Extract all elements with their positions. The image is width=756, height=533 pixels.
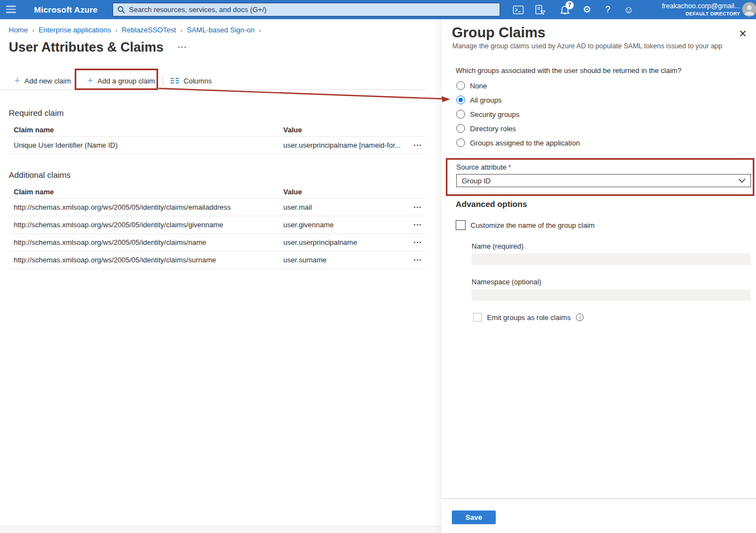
row-menu-icon[interactable]: ••• [406,222,425,228]
settings-gear-icon[interactable]: ⚙ [578,0,596,19]
breadcrumb-separator: › [32,27,35,33]
required-asterisk: * [508,163,511,171]
breadcrumb-enterprise-applications[interactable]: Enterprise applications [38,26,111,34]
main-content: Home› Enterprise applications› ReblazeSS… [0,19,441,533]
table-row[interactable]: http://schemas.xmlsoap.org/ws/2005/05/id… [9,199,425,216]
toolbar-divider [0,89,425,90]
global-search[interactable] [113,3,500,16]
help-icon[interactable]: ? [598,0,617,19]
radio-all-groups[interactable]: All groups [456,93,580,107]
save-button[interactable]: Save [452,510,496,524]
additional-claims-table: Claim name Value http://schemas.xmlsoap.… [9,186,425,269]
source-attribute-dropdown[interactable]: Group ID [456,174,751,187]
info-icon[interactable]: i [576,313,584,321]
emit-groups-as-role-claims-checkbox: Emit groups as role claims i [473,313,584,322]
advanced-options-heading: Advanced options [456,199,527,209]
row-menu-icon[interactable]: ••• [406,205,425,210]
toolbar: + Add new claim + Add a group claim Colu… [9,72,217,89]
table-row[interactable]: Unique User Identifier (Name ID) user.us… [9,137,425,154]
hamburger-menu-icon[interactable] [6,5,16,15]
breadcrumb-saml-based-sign-on[interactable]: SAML-based Sign-on [187,26,255,34]
radio-icon [456,96,465,104]
row-menu-icon[interactable]: ••• [406,240,425,245]
plus-icon: + [87,76,93,86]
radio-security-groups[interactable]: Security groups [456,107,580,121]
columns-button[interactable]: Columns [165,72,217,89]
required-claim-heading: Required claim [9,108,64,117]
breadcrumb: Home› Enterprise applications› ReblazeSS… [9,26,265,34]
columns-icon [171,77,179,84]
group-claims-panel: Group Claims × Manage the group claims u… [441,19,756,533]
plus-icon: + [14,76,20,86]
radio-directory-roles[interactable]: Directory roles [456,121,580,136]
group-selection-radio-group: None All groups Security groups Director… [456,78,580,150]
add-new-claim-button[interactable]: + Add new claim [9,72,76,89]
breadcrumb-separator: › [181,27,183,33]
panel-subtitle: Manage the group claims used by Azure AD… [452,42,727,50]
breadcrumb-separator: › [259,27,261,33]
row-menu-icon[interactable]: ••• [406,143,425,148]
radio-icon [456,110,465,119]
checkbox-icon [473,313,482,322]
radio-icon [456,81,465,90]
table-row[interactable]: http://schemas.xmlsoap.org/ws/2005/05/id… [9,216,425,234]
table-row[interactable]: http://schemas.xmlsoap.org/ws/2005/05/id… [9,234,425,251]
required-claim-table: Claim name Value Unique User Identifier … [9,124,425,154]
add-group-claim-button[interactable]: + Add a group claim [82,72,160,89]
page-title: User Attributes & Claims ··· [9,40,187,55]
customize-group-claim-checkbox[interactable]: Customize the name of the group claim [456,220,595,230]
group-claim-question: Which groups associated with the user sh… [456,66,681,75]
table-header: Claim name Value [9,186,425,199]
breadcrumb-home[interactable]: Home [9,26,28,34]
page-title-more-icon[interactable]: ··· [178,43,187,52]
radio-icon [456,124,465,133]
avatar[interactable] [742,2,756,16]
search-icon [117,6,125,14]
search-input[interactable] [129,5,495,14]
checkbox-icon [456,220,466,230]
azure-portal-page: Microsoft Azure 7 ⚙ ? ☺ freakachoo.corp@… [0,0,756,533]
breadcrumb-reblazessotest[interactable]: ReblazeSSOTest [122,26,176,34]
row-menu-icon[interactable]: ••• [406,257,425,263]
namespace-optional-label: Namespace (optional) [472,278,541,286]
notification-badge: 7 [565,1,574,9]
radio-groups-assigned[interactable]: Groups assigned to the application [456,136,580,150]
panel-title: Group Claims [452,24,545,41]
notifications-bell-icon[interactable]: 7 [556,0,574,19]
panel-footer-divider [441,498,756,499]
close-icon[interactable]: × [739,27,747,40]
account-menu[interactable]: freakachoo.corp@gmail... DEFAULT DIRECTO… [662,2,740,17]
azure-brand[interactable]: Microsoft Azure [34,0,98,19]
account-email: freakachoo.corp@gmail... [662,2,740,11]
toolbar-separator [163,76,163,86]
additional-claims-heading: Additional claims [9,170,71,179]
source-attribute-label: Source attribute* [456,163,511,171]
namespace-field [472,289,751,301]
radio-icon [456,138,465,147]
account-directory: DEFAULT DIRECTORY [662,11,740,17]
name-field [472,254,751,265]
name-required-label: Name (required) [472,242,524,250]
table-row[interactable]: http://schemas.xmlsoap.org/ws/2005/05/id… [9,251,425,269]
top-bar: Microsoft Azure 7 ⚙ ? ☺ freakachoo.corp@… [0,0,756,19]
bottom-scrollbar-track[interactable] [0,526,441,533]
cloud-shell-icon[interactable] [509,0,528,19]
chevron-down-icon [738,178,746,183]
directory-filter-icon[interactable] [531,0,550,19]
table-header: Claim name Value [9,124,425,137]
feedback-smiley-icon[interactable]: ☺ [619,0,638,19]
breadcrumb-separator: › [115,27,117,33]
radio-none[interactable]: None [456,78,580,93]
